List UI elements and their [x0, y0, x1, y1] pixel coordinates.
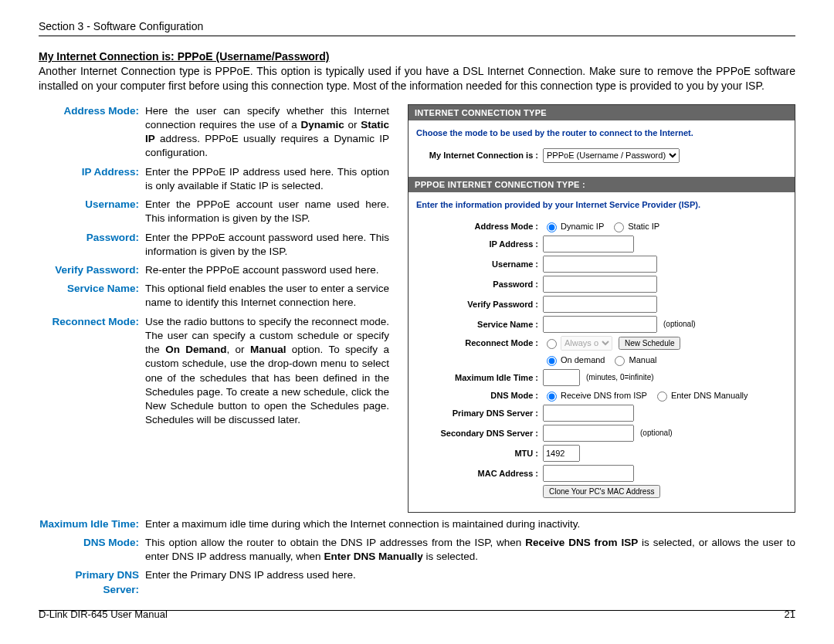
always-select[interactable]: Always o — [561, 336, 612, 351]
radio-label-dns-isp: Receive DNS from ISP — [561, 391, 647, 400]
def-text-max-idle: Enter a maximum idle time during which t… — [145, 517, 580, 531]
radio-always[interactable] — [547, 339, 557, 349]
form-label-pdns: Primary DNS Server : — [415, 408, 543, 418]
def-text-verify-password: Re-enter the PPPoE account password used… — [145, 263, 378, 277]
def-label-max-idle: Maximum Idle Time: — [39, 517, 145, 531]
radio-manual[interactable] — [615, 356, 625, 366]
form-label-recon: Reconnect Mode : — [415, 338, 543, 347]
radio-dynamic-ip[interactable] — [547, 222, 557, 232]
def-text-password: Enter the PPPoE account password used he… — [145, 231, 389, 259]
def-label-primary-dns: Primary DNS Server: — [39, 568, 145, 596]
radio-static-ip[interactable] — [614, 222, 624, 232]
footer-left: D-Link DIR-645 User Manual — [39, 608, 168, 620]
def-text-address-mode: Here the user can specify whether this I… — [145, 104, 389, 161]
def-text-username: Enter the PPPoE account user name used h… — [145, 198, 389, 225]
form-label-sdns: Secondary DNS Server : — [415, 429, 543, 438]
router-panel: INTERNET CONNECTION TYPE Choose the mode… — [408, 104, 795, 513]
page-title: My Internet Connection is: PPPoE (Userna… — [39, 50, 795, 63]
def-text-ip: Enter the PPPoE IP address used here. Th… — [145, 165, 389, 193]
section-header: Section 3 - Software Configuration — [39, 20, 795, 32]
radio-label-static: Static IP — [628, 222, 659, 231]
optional-note-sdns: (optional) — [640, 429, 673, 437]
input-verify-password[interactable] — [543, 296, 657, 313]
input-mtu[interactable] — [543, 445, 580, 462]
radio-on-demand[interactable] — [547, 356, 557, 366]
form-label-dnsmode: DNS Mode : — [415, 391, 543, 400]
input-ip[interactable] — [543, 236, 634, 253]
form-label-pass: Password : — [415, 280, 543, 289]
clone-mac-button[interactable]: Clone Your PC's MAC Address — [543, 485, 660, 498]
input-sdns[interactable] — [543, 425, 634, 442]
def-text-service-name: This optional field enables the user to … — [145, 282, 389, 310]
radio-label-manual: Manual — [629, 355, 656, 364]
def-label-ip: IP Address: — [39, 165, 145, 193]
input-username[interactable] — [543, 256, 657, 273]
radio-label-dns-manual: Enter DNS Manually — [671, 391, 748, 400]
form-label-connection: My Internet Connection is : — [415, 151, 543, 160]
radio-label-dynamic: Dynamic IP — [561, 222, 604, 231]
panel-header-pppoe: PPPOE INTERNET CONNECTION TYPE : — [409, 177, 795, 192]
form-label-idle: Maximum Idle Time : — [415, 373, 543, 382]
def-text-dns-mode: This option allow the router to obtain t… — [145, 536, 795, 564]
form-label-user: Username : — [415, 259, 543, 269]
def-label-service-name: Service Name: — [39, 282, 145, 310]
def-label-verify-password: Verify Password: — [39, 263, 145, 277]
def-text-primary-dns: Enter the Primary DNS IP address used he… — [145, 568, 356, 596]
form-label-ip: IP Address : — [415, 239, 543, 249]
panel-note-2: Enter the information provided by your I… — [409, 192, 795, 212]
connection-select[interactable]: PPPoE (Username / Password) — [543, 148, 680, 163]
panel-header-ict: INTERNET CONNECTION TYPE — [409, 105, 795, 120]
input-pdns[interactable] — [543, 405, 634, 422]
radio-dns-isp[interactable] — [547, 391, 557, 402]
input-password[interactable] — [543, 276, 657, 293]
top-rule — [39, 36, 795, 36]
intro-paragraph: Another Internet Connection type is PPPo… — [39, 64, 795, 93]
form-label-address-mode: Address Mode : — [415, 222, 543, 231]
radio-label-on-demand: On demand — [561, 355, 605, 364]
def-text-reconnect-mode: Use the radio buttons to specify the rec… — [145, 315, 389, 428]
radio-dns-manual[interactable] — [657, 391, 667, 402]
form-label-svc: Service Name : — [415, 320, 543, 329]
def-label-reconnect-mode: Reconnect Mode: — [39, 315, 145, 428]
form-label-mtu: MTU : — [415, 449, 543, 458]
def-label-username: Username: — [39, 198, 145, 225]
def-label-address-mode: Address Mode: — [39, 104, 145, 161]
form-label-vpass: Verify Password : — [415, 300, 543, 309]
def-label-dns-mode: DNS Mode: — [39, 536, 145, 564]
new-schedule-button[interactable]: New Schedule — [619, 337, 680, 350]
footer-page-number: 21 — [785, 608, 795, 620]
form-label-mac: MAC Address : — [415, 469, 543, 478]
def-label-password: Password: — [39, 231, 145, 259]
input-mac[interactable] — [543, 465, 634, 482]
input-idle[interactable] — [543, 369, 580, 386]
optional-note-svc: (optional) — [663, 320, 696, 328]
input-service-name[interactable] — [543, 316, 657, 333]
idle-hint: (minutes, 0=infinite) — [586, 373, 654, 381]
panel-note-1: Choose the mode to be used by the router… — [409, 120, 795, 141]
